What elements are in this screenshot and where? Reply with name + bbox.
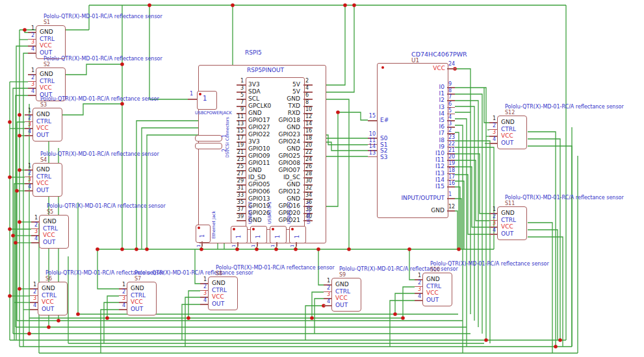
sensor-part-label: Pololu-QTR(X)-MD-01-RC/A reflectance sen… xyxy=(44,56,162,62)
pin-name: I9 xyxy=(416,144,444,150)
pin-number: 39 xyxy=(226,214,244,219)
sensor-part-label: Pololu-QTR(X)-MD-01-RC/A reflectance sen… xyxy=(44,14,162,19)
pin-name: CTRL xyxy=(42,293,57,299)
pin-number: 27 xyxy=(226,171,244,177)
pin-number: 3 xyxy=(27,40,34,45)
pin-stub xyxy=(447,186,455,188)
pin-name: VCC xyxy=(43,232,55,238)
pin-number: 34 xyxy=(305,193,320,198)
pin-name: VCC xyxy=(40,43,52,49)
origin-dot-icon xyxy=(199,93,201,95)
wire xyxy=(528,230,558,340)
origin-dot-icon xyxy=(233,228,235,230)
wire-junction-dot xyxy=(57,319,60,323)
pin-number: 23 xyxy=(448,135,461,140)
usb-pin-number: 1 xyxy=(237,235,242,238)
pin-number: 1 xyxy=(30,215,38,221)
u1-value: CD74HC4067PWR xyxy=(411,51,467,58)
rspi5-pinout-label: RSP5PINOUT xyxy=(247,68,284,73)
pin-number: 1 xyxy=(27,68,34,73)
pin-number: 4 xyxy=(118,303,125,308)
pin-stub xyxy=(276,242,277,247)
pin-name: VCC xyxy=(390,66,445,71)
pin-name: I11 xyxy=(416,157,444,163)
dsi-csi-slot[interactable] xyxy=(195,143,222,149)
pin-number: 1 xyxy=(23,108,31,114)
pin-name: 3V3 xyxy=(248,139,260,145)
pin-number: 2 xyxy=(118,289,125,295)
pin-stub xyxy=(237,220,246,221)
pin-name: CTRL xyxy=(40,79,55,84)
pin-number: 22 xyxy=(448,142,461,147)
pin-name: OUT xyxy=(426,297,439,303)
pin-number: 7 xyxy=(448,95,461,100)
usb-port-label: USBA2.0-2 xyxy=(287,201,292,224)
pin-name: OUT xyxy=(36,132,49,138)
usb-ext-pin-number: 1 xyxy=(290,245,295,247)
pin-number: 2 xyxy=(199,284,207,289)
sensor-part-label: Pololu-QTR(X)-MD-01-RC/A reflectance sen… xyxy=(216,265,335,271)
wire-junction-dot xyxy=(8,227,12,231)
pin-name: TXD xyxy=(259,103,300,109)
pin-name: CTRL xyxy=(40,36,55,42)
pin-stub xyxy=(119,309,127,310)
pin-stub xyxy=(296,242,297,247)
pin-number: 10 xyxy=(305,107,320,112)
pin-name: S2 xyxy=(380,148,387,154)
pin-number: 23 xyxy=(226,157,244,162)
pin-number: 22 xyxy=(305,150,320,155)
usb-pin-number: 1 xyxy=(256,235,261,238)
sensor-reference: S5 xyxy=(47,210,53,215)
pin-number: 12 xyxy=(305,114,320,119)
pin-name: GPIO12 xyxy=(259,189,300,195)
pin-name: VCC xyxy=(501,133,513,139)
pin-name: GND xyxy=(335,282,349,288)
pin-number: 20 xyxy=(448,154,461,160)
pin-name: GPIO24 xyxy=(259,139,300,145)
pin-number: 1 xyxy=(29,282,36,288)
pin-name: GND xyxy=(36,167,50,173)
wire-junction-dot xyxy=(135,247,138,251)
pin-number: 4 xyxy=(305,86,320,91)
pin-number: 3 xyxy=(30,229,38,234)
pin-number: 3 xyxy=(118,296,125,301)
pin-number: 28 xyxy=(305,171,320,177)
pin-name: GND xyxy=(43,219,57,225)
pin-name: GND xyxy=(259,96,300,102)
wire-junction-dot xyxy=(336,110,340,114)
wire-junction-dot xyxy=(145,247,149,251)
dsi-csi-slot[interactable] xyxy=(195,135,222,142)
pin-number: 30 xyxy=(305,178,320,184)
pin-number: 35 xyxy=(226,200,244,205)
pin-number: 2 xyxy=(305,79,320,84)
pin-number: 4 xyxy=(488,137,496,142)
wire xyxy=(395,293,415,314)
pin-name: CTRL xyxy=(212,288,227,293)
wire-junction-dot xyxy=(8,120,12,124)
wire-junction-dot xyxy=(352,3,356,7)
sensor-part-label: Pololu-QTR(X)-MD-01-RC/A reflectance sen… xyxy=(135,271,253,276)
pin-name: I0 xyxy=(416,84,444,90)
usb-pin-number: 1 xyxy=(276,235,281,238)
wire-junction-dot xyxy=(274,247,278,251)
wire xyxy=(104,302,119,343)
pin-name: CTRL xyxy=(335,289,350,295)
pin-name: I4 xyxy=(416,111,444,117)
pin-number: 2 xyxy=(27,75,34,80)
pin-number: 1 xyxy=(23,164,31,169)
pin-number: 37 xyxy=(226,207,244,212)
wire-junction-dot xyxy=(347,247,351,251)
pin-name: OUT xyxy=(42,306,54,312)
dsi-csi-label: DSI/CSI Connectors xyxy=(225,117,230,158)
pin-number: 2 xyxy=(30,223,38,228)
usbc-ext-pin-number: 1 xyxy=(190,92,193,97)
pin-stub xyxy=(368,120,377,121)
pin-stub xyxy=(201,241,203,247)
wire-junction-dot xyxy=(18,168,21,172)
sensor-part-label: Pololu-QTR(X)-MD-01-RC/A reflectance sen… xyxy=(40,97,159,102)
pin-number: 5 xyxy=(226,93,244,98)
pin-number: 2 xyxy=(413,280,421,286)
wire-junction-dot xyxy=(558,338,562,342)
pin-name: GND xyxy=(259,182,300,188)
pin-number: 21 xyxy=(448,148,461,153)
